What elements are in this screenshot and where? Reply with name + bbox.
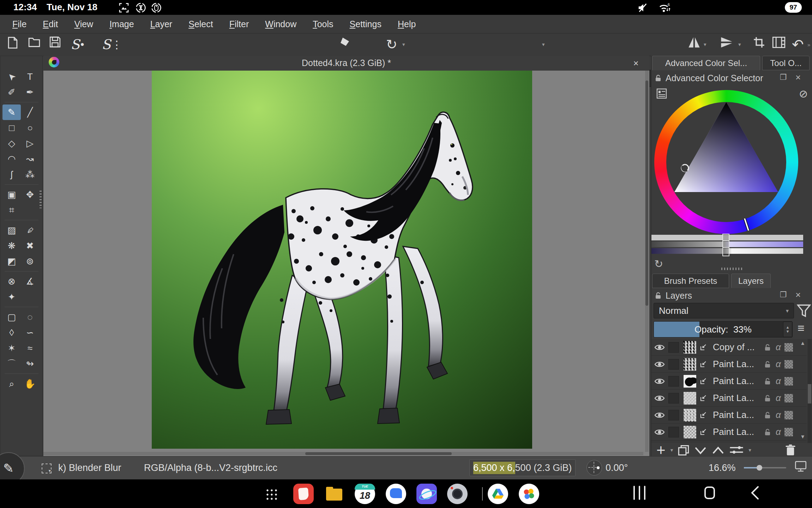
layer-color-label[interactable] [668,427,679,437]
toolbar-overflow-icon[interactable]: » [807,36,810,53]
menu-help[interactable]: Help [390,19,424,29]
menu-filter[interactable]: Filter [221,19,257,29]
visibility-eye-icon[interactable] [654,411,665,419]
photos-app-icon[interactable] [519,484,539,504]
tool-freehand-path[interactable]: ↝ [21,151,39,167]
canvas-h-scrollbar[interactable] [43,452,643,455]
layer-list-scrollbar[interactable] [807,339,812,443]
browser-app-icon[interactable] [416,484,437,504]
undo-icon[interactable]: ↶ [792,36,804,53]
tab-tool-options[interactable]: Tool O... [762,56,810,70]
alpha-lock-icon[interactable] [784,343,793,352]
opacity-dropdown-icon[interactable]: ▾ [542,36,545,53]
layer-color-label[interactable] [668,393,679,404]
layer-properties-dropdown-icon[interactable]: ▾ [748,447,751,453]
alpha-lock-icon[interactable] [784,411,793,419]
layer-name[interactable]: Paint La... [713,359,759,370]
alpha-inherit-icon[interactable]: α [776,410,781,420]
current-brush-name[interactable]: k) Blender Blur [58,462,121,473]
rotation-dial-icon[interactable] [587,460,602,476]
canvas-h-scroll-thumb[interactable] [305,452,452,455]
menu-tools[interactable]: Tools [305,19,341,29]
tool-color-sampler[interactable]: ✑ [21,222,39,238]
shade-strip-2[interactable] [651,241,803,247]
alpha-inherit-icon[interactable]: α [776,342,781,353]
shade-strip-3-handle[interactable] [722,247,729,256]
menu-image[interactable]: Image [101,19,142,29]
open-document-icon[interactable] [28,36,40,53]
layer-thumbnail[interactable] [683,375,697,388]
shade-strip-3[interactable] [651,248,803,254]
inherit-alpha-icon[interactable] [699,394,707,402]
layer-row[interactable]: Paint La... α [651,373,807,390]
menu-settings[interactable]: Settings [342,19,390,29]
zoom-level[interactable]: 16.6% [709,462,736,473]
tool-assistants[interactable]: ⊗ [2,274,21,289]
layer-row[interactable]: Paint La... α [651,407,807,424]
move-layer-up-button[interactable] [712,445,724,455]
move-layer-down-button[interactable] [694,445,707,455]
tool-colorize-mask[interactable]: ✖ [21,238,39,253]
tool-gradient[interactable]: ▨ [2,222,21,238]
zoom-slider-thumb[interactable] [757,465,762,471]
layer-name[interactable]: Paint La... [713,410,759,420]
layer-opacity-slider[interactable]: Opacity: 33% ▴▾ [654,321,793,337]
tool-freehand-brush[interactable]: ✎ [2,104,21,120]
nav-home-button[interactable] [704,486,715,499]
toolbox-drag-handle[interactable] [40,191,42,208]
layer-lock-icon[interactable] [764,394,771,402]
tool-edit-shapes[interactable]: ✐ [2,84,21,100]
tool-polyline[interactable]: ▷ [21,136,39,151]
inherit-alpha-icon[interactable] [699,343,707,351]
tool-polygon-select[interactable]: ◊ [2,325,21,340]
docker-float-icon[interactable]: ❐ [780,290,787,299]
tool-line[interactable]: ╱ [21,104,39,120]
alpha-inherit-icon[interactable]: α [776,426,781,437]
document-close-icon[interactable]: × [630,57,642,69]
color-profile[interactable]: RGB/Alpha (8-b...V2-srgbtrc.icc [144,462,277,473]
layer-blend-mode-dropdown[interactable]: Normal ▾ [654,303,794,318]
canvas-rotation[interactable]: 0.00° [606,462,628,473]
inherit-alpha-icon[interactable] [699,411,707,419]
layer-lock-icon[interactable] [764,411,771,419]
reload-dropdown-icon[interactable]: ▾ [402,36,405,53]
docker-lock-icon[interactable] [654,292,662,299]
layer-row[interactable]: Paint La... α ▼ [651,424,807,441]
color-wheel[interactable] [654,90,798,234]
inherit-alpha-icon[interactable] [699,360,707,368]
alpha-lock-icon[interactable] [784,394,793,402]
inherit-alpha-icon[interactable] [699,428,707,436]
alpha-inherit-icon[interactable]: α [776,376,781,387]
alpha-lock-icon[interactable] [784,360,793,369]
tab-layers[interactable]: Layers [731,274,771,288]
duplicate-layer-button[interactable] [678,444,689,456]
tool-freehand-select[interactable]: ∽ [21,325,39,340]
tool-dynamic-brush[interactable]: ʃ [2,167,21,182]
alpha-lock-icon[interactable] [784,428,793,436]
canvas[interactable] [43,71,649,456]
nav-back-button[interactable] [750,486,759,500]
tool-polygon[interactable]: ◇ [2,136,21,151]
alpha-lock-icon[interactable] [784,377,793,386]
layer-thumbnail[interactable] [683,358,697,371]
files-app-icon[interactable] [324,484,344,504]
brush-stroke-stabilized-icon[interactable]: S⋮ [102,36,122,53]
workspace-chooser-icon[interactable] [772,36,786,53]
tool-bezier-curve[interactable]: ◠ [2,151,21,167]
document-tab-title[interactable]: Dotted4.kra (2.3 GiB) * [43,58,649,68]
layer-name[interactable]: Paint La... [713,393,759,404]
alpha-inherit-icon[interactable]: α [776,393,781,404]
tool-text[interactable]: T [21,69,39,84]
tool-rectangle[interactable]: □ [2,120,21,136]
layer-row[interactable]: Paint La... α [651,356,807,373]
layer-thumbnail[interactable] [683,392,697,405]
mirror-horizontal-icon[interactable] [687,36,701,53]
zoom-slider[interactable] [744,467,786,468]
layer-thumbnail[interactable] [683,425,697,439]
layer-lock-icon[interactable] [764,377,771,385]
canvas-v-scrollbar[interactable] [645,71,649,452]
list-scroll-down-icon[interactable]: ▼ [800,434,805,440]
delete-layer-button[interactable] [785,444,796,456]
fit-to-screen-icon[interactable] [795,461,807,473]
layer-lock-icon[interactable] [764,343,771,351]
